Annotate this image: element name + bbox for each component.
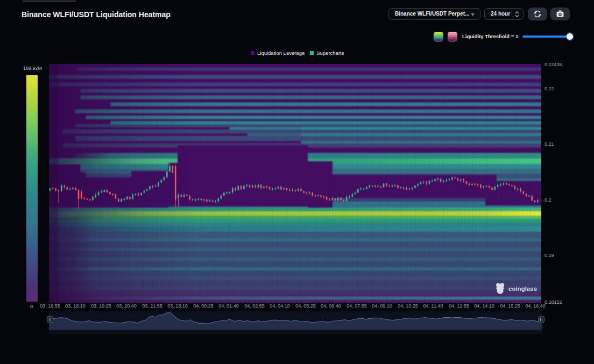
- svg-text:coinglass: coinglass: [508, 286, 537, 292]
